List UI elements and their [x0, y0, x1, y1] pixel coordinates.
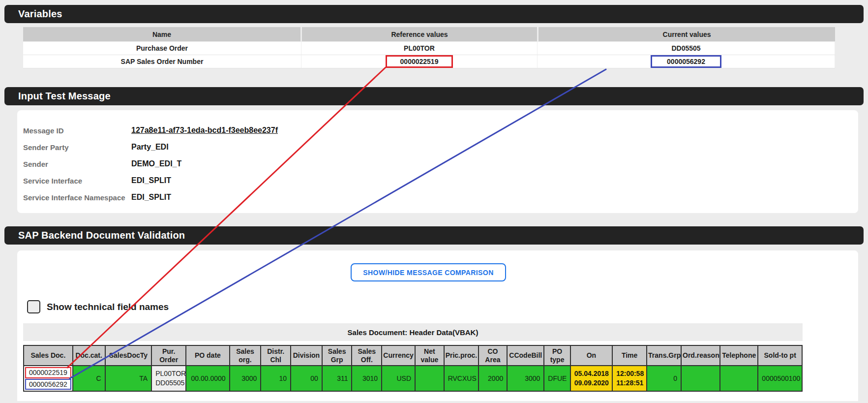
column-header-pur-order: Pur. Order: [151, 345, 186, 366]
vbak-cell-telephone: [720, 366, 758, 391]
column-header-distr-chl: Distr. Chl: [261, 345, 291, 366]
column-header-sales-grp: Sales Grp: [322, 345, 352, 366]
column-header-net-value: Net value: [415, 345, 444, 366]
column-header-sales-doc: Sales Doc.: [24, 345, 73, 366]
vbak-cell-sales-doc: 00000225190000056292: [24, 366, 73, 391]
variable-name: SAP Sales Order Number: [23, 55, 301, 68]
column-header-sales-off: Sales Off.: [352, 345, 382, 366]
vbak-cell-sales-grp: 311: [322, 366, 352, 391]
show-technical-field-names-checkbox[interactable]: [27, 300, 40, 313]
column-header-pric-proc: Pric.proc.: [444, 345, 479, 366]
section-title-input-test-message: Input Test Message: [18, 91, 111, 102]
field-label: Sender Party: [23, 143, 131, 152]
vbak-table-title: Sales Document: Header Data(VBAK): [23, 323, 803, 341]
show-technical-field-names-row: Show technical field names: [27, 300, 169, 313]
vbak-table: Sales Doc.Doc.cat.SalesDocTyPur. OrderPO…: [23, 345, 803, 392]
field-row-service-interface-namespace: Service Interface Namespace EDI_SPLIT: [23, 189, 858, 206]
column-header-reference-values: Reference values: [302, 27, 537, 41]
red-highlight-box: 0000022519: [25, 367, 71, 378]
vbak-cell-sold-to-pt: 0000500100: [758, 366, 802, 391]
vbak-cell-sales-off: 3010: [352, 366, 382, 391]
variable-current-value: 0000056292: [538, 55, 835, 68]
blue-highlight-box: 0000056292: [25, 379, 71, 390]
column-header-sold-to-pt: Sold-to pt: [758, 345, 802, 366]
column-header-ccodebill: CCodeBill: [507, 345, 544, 366]
vbak-cell-net-value: [415, 366, 444, 391]
vbak-cell-doc-cat: C: [73, 366, 105, 391]
field-row-service-interface: Service Interface EDI_SPLIT: [23, 172, 858, 189]
column-header-po-type: PO type: [544, 345, 570, 366]
vbak-cell-trans-grp: 0: [647, 366, 681, 391]
column-header-trans-grp: Trans.Grp: [647, 345, 681, 366]
section-title-variables: Variables: [18, 8, 62, 20]
variables-table: Name Reference values Current values Pur…: [23, 27, 835, 68]
vbak-cell-time: 12:00:5811:28:51: [612, 366, 647, 391]
section-header-input-test-message: Input Test Message: [4, 87, 864, 105]
field-value: EDI_SPLIT: [131, 193, 171, 202]
sap-validation-panel: SHOW/HIDE MESSAGE COMPARISON Show techni…: [17, 250, 858, 401]
field-label: Message ID: [23, 126, 131, 135]
field-label: Service Interface Namespace: [23, 193, 131, 202]
vbak-cell-distr-chl: 10: [261, 366, 291, 391]
vbak-cell-division: 00: [291, 366, 322, 391]
vbak-data-row: 00000225190000056292CTAPL00TORDD0550500.…: [24, 366, 802, 391]
vbak-cell-ccodebill: 3000: [507, 366, 544, 391]
vbak-cell-pur-order: PL00TORDD05505: [151, 366, 186, 391]
table-row: SAP Sales Order Number 0000022519 000005…: [23, 55, 835, 68]
column-header-telephone: Telephone: [720, 345, 758, 366]
table-row: Purchase Order PL00TOR DD05505: [23, 42, 835, 55]
variable-current-value: DD05505: [538, 42, 835, 55]
column-header-division: Division: [291, 345, 322, 366]
message-id-link[interactable]: 127a8e11-af73-1eda-bcd1-f3eeb8ee237f: [131, 126, 278, 135]
field-row-sender: Sender DEMO_EDI_T: [23, 155, 858, 172]
input-test-message-panel: Message ID 127a8e11-af73-1eda-bcd1-f3eeb…: [17, 110, 858, 213]
field-value: DEMO_EDI_T: [131, 159, 181, 168]
column-header-doc-cat: Doc.cat.: [73, 345, 105, 366]
vbak-header-row: Sales Doc.Doc.cat.SalesDocTyPur. OrderPO…: [24, 345, 802, 366]
variable-reference-value: 0000022519: [301, 55, 538, 68]
variable-reference-value: PL00TOR: [301, 42, 538, 55]
section-title-sap-validation: SAP Backend Document Validation: [18, 230, 185, 241]
red-highlight-box: 0000022519: [386, 55, 453, 68]
column-header-co-area: CO Area: [479, 345, 508, 366]
section-header-sap-backend-document-validation: SAP Backend Document Validation: [4, 226, 864, 245]
vbak-cell-ord-reason: [681, 366, 720, 391]
field-value: EDI_SPLIT: [131, 176, 171, 185]
field-row-sender-party: Sender Party Party_EDI: [23, 139, 858, 155]
blue-highlight-box: 0000056292: [651, 55, 721, 68]
variable-name: Purchase Order: [23, 42, 301, 55]
field-row-message-id: Message ID 127a8e11-af73-1eda-bcd1-f3eeb…: [23, 122, 858, 139]
column-header-time: Time: [612, 345, 647, 366]
vbak-cell-po-type: DFUE: [544, 366, 570, 391]
column-header-sales-org: Sales org.: [230, 345, 261, 366]
vbak-cell-on: 05.04.201809.09.2020: [570, 366, 612, 391]
column-header-salesdocty: SalesDocTy: [105, 345, 152, 366]
vbak-cell-sales-org: 3000: [230, 366, 261, 391]
column-header-name: Name: [23, 27, 300, 41]
vbak-cell-pric-proc: RVCXUS: [444, 366, 479, 391]
column-header-current-values: Current values: [539, 27, 835, 41]
column-header-ord-reason: Ord.reason: [681, 345, 720, 366]
variables-table-header: Name Reference values Current values: [23, 27, 835, 41]
column-header-on: On: [570, 345, 612, 366]
show-hide-message-comparison-button[interactable]: SHOW/HIDE MESSAGE COMPARISON: [351, 263, 506, 281]
field-label: Sender: [23, 160, 131, 168]
field-label: Service Interface: [23, 177, 131, 185]
field-value: Party_EDI: [131, 143, 169, 152]
vbak-cell-currency: USD: [382, 366, 415, 391]
vbak-cell-co-area: 2000: [479, 366, 508, 391]
column-header-po-date: PO date: [186, 345, 229, 366]
vbak-cell-po-date: 00.00.0000: [186, 366, 229, 391]
checkbox-label: Show technical field names: [47, 302, 169, 312]
vbak-cell-salesdocty: TA: [105, 366, 152, 391]
section-header-variables: Variables: [4, 5, 864, 23]
column-header-currency: Currency: [382, 345, 415, 366]
